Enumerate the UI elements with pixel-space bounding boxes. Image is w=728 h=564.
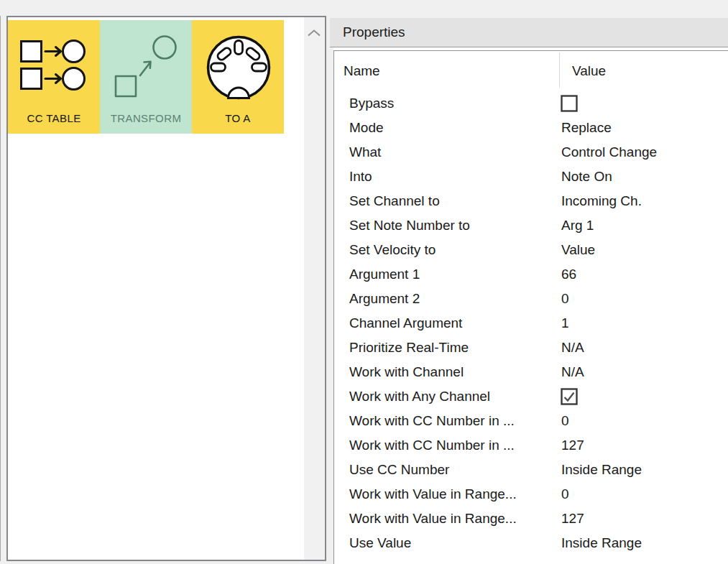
property-value[interactable]: 127 (561, 507, 584, 531)
property-value[interactable]: Replace (561, 116, 612, 140)
table-row[interactable]: Channel Argument1 (334, 311, 728, 336)
transform-icon (100, 20, 192, 105)
property-name: Set Velocity to (349, 238, 558, 262)
module-label: TRANSFORM (100, 112, 192, 124)
table-row[interactable]: Work with ChannelN/A (334, 360, 728, 384)
module-tile-cc-table[interactable]: CC TABLE (8, 20, 100, 134)
property-name: Channel Argument (349, 311, 558, 336)
table-row[interactable]: Work with Value in Range...127 (334, 507, 728, 531)
property-value[interactable]: 0 (561, 482, 569, 507)
property-value[interactable]: 1 (561, 311, 569, 336)
panel-splitter[interactable] (326, 16, 333, 564)
module-chain: CC TABLE TRANSFORM (8, 20, 284, 134)
property-checkbox-unchecked[interactable] (561, 91, 578, 116)
table-row[interactable]: IntoNote On (334, 165, 728, 189)
module-tile-to-a[interactable]: TO A (192, 20, 284, 134)
table-row[interactable]: Work with CC Number in ...127 (334, 433, 728, 458)
property-name: Work with Channel (349, 360, 558, 384)
module-label: TO A (192, 112, 284, 124)
bottom-gutter (0, 561, 326, 564)
property-value[interactable]: Value (561, 238, 595, 262)
property-value[interactable]: Incoming Ch. (561, 189, 642, 213)
unchecked-checkbox-icon (561, 95, 578, 112)
properties-panel-title: Properties (343, 24, 405, 40)
property-name: Mode (349, 116, 558, 140)
module-list-scrollbar[interactable] (304, 17, 325, 560)
property-value[interactable]: N/A (561, 336, 584, 360)
table-row[interactable]: Work with Any Channel (334, 384, 728, 409)
column-divider[interactable] (559, 52, 560, 88)
property-name: Set Channel to (349, 189, 558, 213)
property-name: Prioritize Real-Time (349, 336, 558, 360)
property-value[interactable]: Inside Range (561, 531, 642, 555)
table-row[interactable]: Set Note Number toArg 1 (334, 213, 728, 238)
table-row[interactable]: Prioritize Real-TimeN/A (334, 336, 728, 360)
property-value[interactable]: N/A (561, 360, 584, 384)
property-value[interactable]: Arg 1 (561, 213, 594, 238)
property-value[interactable]: Note On (561, 165, 612, 189)
table-body: BypassModeReplaceWhatControl ChangeIntoN… (334, 91, 728, 555)
property-value[interactable]: Inside Range (561, 458, 642, 482)
table-row[interactable]: Set Channel toIncoming Ch. (334, 189, 728, 213)
module-list-panel: CC TABLE TRANSFORM (6, 16, 326, 561)
scroll-up-button[interactable] (304, 26, 325, 42)
property-name: Into (349, 165, 558, 189)
column-header-name[interactable]: Name (344, 51, 380, 91)
property-value[interactable]: Control Change (561, 140, 657, 165)
table-row[interactable]: WhatControl Change (334, 140, 728, 165)
table-row[interactable]: Work with CC Number in ...0 (334, 409, 728, 433)
column-header-value[interactable]: Value (572, 51, 606, 91)
table-row[interactable]: Set Velocity toValue (334, 238, 728, 262)
table-row[interactable]: Work with Value in Range...0 (334, 482, 728, 507)
property-name: Work with CC Number in ... (349, 409, 558, 433)
property-name: Set Note Number to (349, 213, 558, 238)
property-value[interactable]: 0 (561, 287, 569, 311)
property-name: Work with Value in Range... (349, 507, 558, 531)
cc-table-icon (8, 20, 100, 105)
table-row[interactable]: Use ValueInside Range (334, 531, 728, 555)
property-name: Use Value (349, 531, 558, 555)
property-value[interactable]: 0 (561, 409, 569, 433)
properties-table: Name Value BypassModeReplaceWhatControl … (333, 50, 728, 564)
left-gutter (0, 16, 6, 564)
table-row[interactable]: Bypass (334, 91, 728, 116)
property-name: What (349, 140, 558, 165)
property-name: Argument 2 (349, 287, 558, 311)
table-row[interactable]: Argument 20 (334, 287, 728, 311)
property-value[interactable]: 127 (561, 433, 584, 458)
module-tile-transform[interactable]: TRANSFORM (100, 20, 192, 134)
property-name: Work with Value in Range... (349, 482, 558, 507)
checked-checkbox-icon (561, 388, 578, 405)
table-row[interactable]: ModeReplace (334, 116, 728, 140)
property-name: Work with Any Channel (349, 384, 558, 409)
module-label: CC TABLE (8, 112, 100, 124)
midi-din-icon (192, 20, 284, 105)
property-name: Work with CC Number in ... (349, 433, 558, 458)
table-row[interactable]: Argument 166 (334, 262, 728, 287)
property-name: Argument 1 (349, 262, 558, 287)
property-value[interactable]: 66 (561, 262, 576, 287)
table-row[interactable]: Use CC NumberInside Range (334, 458, 728, 482)
property-name: Use CC Number (349, 458, 558, 482)
chevron-up-icon (306, 29, 322, 37)
properties-panel-header: Properties (330, 18, 728, 47)
property-checkbox-checked[interactable] (561, 384, 578, 409)
property-name: Bypass (349, 91, 558, 116)
table-header-row: Name Value (334, 51, 728, 91)
